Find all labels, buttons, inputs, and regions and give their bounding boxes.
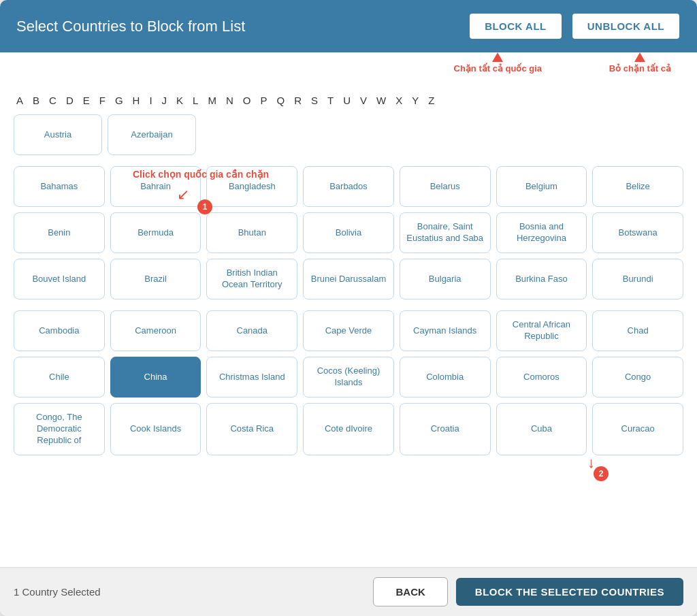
alpha-a[interactable]: A	[14, 93, 26, 108]
footer-arrow: ↓	[587, 454, 595, 472]
country-bulgaria[interactable]: Bulgaria	[400, 259, 491, 299]
header: Select Countries to Block from List BLOC…	[0, 0, 697, 52]
alpha-g[interactable]: G	[112, 93, 126, 108]
header-buttons: BLOCK ALL UNBLOCK ALL	[468, 12, 681, 40]
country-cameroon[interactable]: Cameroon	[110, 310, 201, 351]
modal-container: Select Countries to Block from List BLOC…	[0, 0, 697, 616]
alpha-q[interactable]: Q	[274, 93, 287, 108]
country-croatia[interactable]: Croatia	[400, 403, 491, 455]
click-annotation-arrow: ↙	[177, 186, 189, 204]
alpha-m[interactable]: M	[205, 93, 219, 108]
country-bolivia[interactable]: Bolivia	[303, 212, 394, 253]
block-all-note: Chặn tất cả quốc gia	[454, 63, 542, 74]
country-bahamas[interactable]: Bahamas	[14, 166, 105, 207]
footer-buttons: BACK BLOCK THE SELECTED COUNTRIES	[373, 577, 683, 606]
unblock-all-note: Bỏ chặn tất cả	[609, 63, 671, 74]
alpha-y[interactable]: Y	[409, 93, 421, 108]
alpha-s[interactable]: S	[308, 93, 321, 108]
country-azerbaijan[interactable]: Azerbaijan	[108, 114, 196, 155]
block-all-arrow	[492, 52, 503, 62]
alpha-c[interactable]: C	[46, 93, 59, 108]
alpha-z[interactable]: Z	[425, 93, 437, 108]
alpha-t[interactable]: T	[325, 93, 336, 108]
country-barbados[interactable]: Barbados	[303, 166, 394, 207]
country-cote-divoire[interactable]: Cote dIvoire	[303, 403, 394, 455]
country-cayman-islands[interactable]: Cayman Islands	[400, 310, 491, 351]
country-benin[interactable]: Benin	[14, 212, 105, 253]
countries-scroll[interactable]: Austria Azerbaijan BahamasBahrainBanglad…	[0, 114, 697, 567]
country-cambodia[interactable]: Cambodia	[14, 310, 105, 351]
footer-annotation-container: ↓ 2	[7, 461, 690, 481]
country-belgium[interactable]: Belgium	[496, 166, 587, 207]
block-all-button[interactable]: BLOCK ALL	[468, 12, 563, 40]
country-cook-islands[interactable]: Cook Islands	[110, 403, 201, 455]
annotation-badge-2: 2	[594, 466, 609, 481]
alpha-k[interactable]: K	[174, 93, 186, 108]
country-central-african-republic[interactable]: Central African Republic	[496, 310, 587, 351]
country-british-indian-ocean-territory[interactable]: British Indian Ocean Territory	[206, 259, 297, 299]
country-chile[interactable]: Chile	[14, 357, 105, 398]
block-all-annotation: Chặn tất cả quốc gia	[454, 52, 542, 74]
country-bhutan[interactable]: Bhutan	[206, 212, 297, 253]
alpha-b[interactable]: B	[30, 93, 42, 108]
alpha-e[interactable]: E	[80, 93, 93, 108]
alpha-d[interactable]: D	[63, 93, 76, 108]
country-china[interactable]: China	[110, 357, 201, 398]
country-congo[interactable]: Congo	[592, 357, 683, 398]
alpha-x[interactable]: X	[393, 93, 405, 108]
country-cocos--keeling--islands[interactable]: Cocos (Keeling) Islands	[303, 357, 394, 398]
country-congo--the-democratic-republic-of[interactable]: Congo, The Democratic Republic of	[14, 403, 105, 455]
country-curacao[interactable]: Curacao	[592, 403, 683, 455]
country-burundi[interactable]: Burundi	[592, 259, 683, 299]
alpha-j[interactable]: J	[159, 93, 170, 108]
alpha-n[interactable]: N	[223, 93, 236, 108]
click-annotation-text: Click chọn quốc gia cần chặn	[133, 169, 269, 180]
country-botswana[interactable]: Botswana	[592, 212, 683, 253]
country-belize[interactable]: Belize	[592, 166, 683, 207]
alpha-f[interactable]: F	[97, 93, 108, 108]
alpha-o[interactable]: O	[240, 93, 254, 108]
alpha-w[interactable]: W	[374, 93, 389, 108]
country-bermuda[interactable]: Bermuda	[110, 212, 201, 253]
country-brazil[interactable]: Brazil	[110, 259, 201, 299]
back-button[interactable]: BACK	[373, 577, 447, 606]
country-costa-rica[interactable]: Costa Rica	[206, 403, 297, 455]
country-belarus[interactable]: Belarus	[400, 166, 491, 207]
alpha-p[interactable]: P	[257, 93, 270, 108]
page-title: Select Countries to Block from List	[16, 18, 245, 35]
alphabet-bar: ABCDEFGHIJKLMNOPQRSTUVWXYZ	[0, 86, 697, 114]
alpha-u[interactable]: U	[340, 93, 353, 108]
country-bonaire--saint-eustatius-and-saba[interactable]: Bonaire, Saint Eustatius and Saba	[400, 212, 491, 253]
block-selected-button[interactable]: BLOCK THE SELECTED COUNTRIES	[456, 578, 683, 606]
unblock-all-arrow	[634, 52, 645, 62]
countries-grid-b: BahamasBahrainBangladeshBarbadosBelarusB…	[7, 161, 690, 305]
alpha-r[interactable]: R	[291, 93, 304, 108]
country-christmas-island[interactable]: Christmas Island	[206, 357, 297, 398]
countries-grid-c: CambodiaCameroonCanadaCape VerdeCayman I…	[7, 305, 690, 461]
selection-status: 1 Country Selected	[14, 586, 101, 598]
country-cuba[interactable]: Cuba	[496, 403, 587, 455]
country-bouvet-island[interactable]: Bouvet Island	[14, 259, 105, 299]
alpha-h[interactable]: H	[130, 93, 143, 108]
unblock-all-button[interactable]: UNBLOCK ALL	[571, 12, 681, 40]
footer: 1 Country Selected BACK BLOCK THE SELECT…	[0, 567, 697, 616]
alpha-v[interactable]: V	[357, 93, 370, 108]
country-burkina-faso[interactable]: Burkina Faso	[496, 259, 587, 299]
country-austria[interactable]: Austria	[14, 114, 102, 155]
country-cape-verde[interactable]: Cape Verde	[303, 310, 394, 351]
unblock-all-annotation: Bỏ chặn tất cả	[609, 52, 671, 74]
alpha-i[interactable]: I	[146, 93, 155, 108]
country-comoros[interactable]: Comoros	[496, 357, 587, 398]
country-brunei-darussalam[interactable]: Brunei Darussalam	[303, 259, 394, 299]
annotation-badge-1: 1	[197, 199, 212, 214]
country-chad[interactable]: Chad	[592, 310, 683, 351]
country-colombia[interactable]: Colombia	[400, 357, 491, 398]
country-bosnia-and-herzegovina[interactable]: Bosnia and Herzegovina	[496, 212, 587, 253]
country-canada[interactable]: Canada	[206, 310, 297, 351]
alpha-l[interactable]: L	[190, 93, 201, 108]
